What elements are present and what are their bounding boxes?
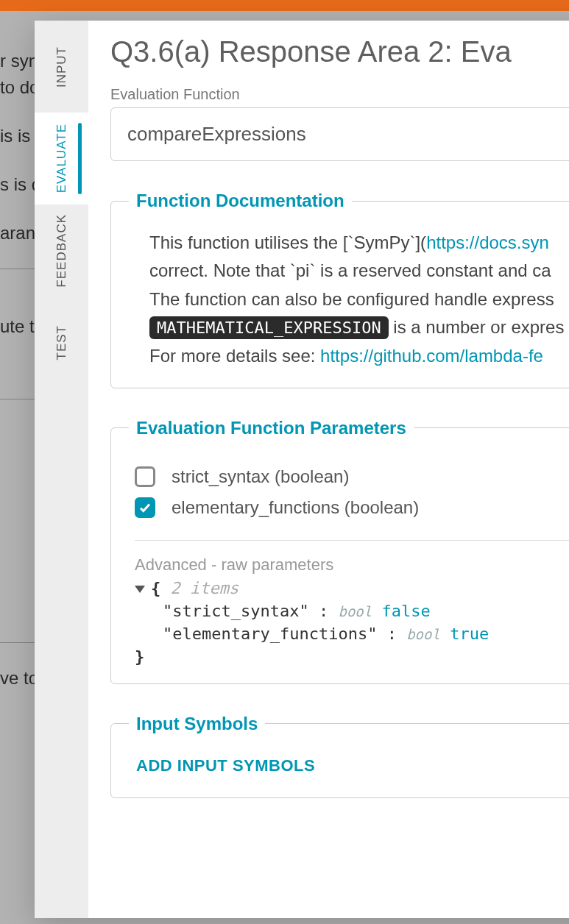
param-strict-syntax: strict_syntax (boolean) [135, 466, 569, 487]
response-area-panel: INPUT EVALUATE FEEDBACK TEST Q3.6(a) Res… [35, 21, 569, 918]
eval-function-label: Evaluation Function [110, 86, 569, 103]
raw-json-view: { 2 items "strict_syntax" : bool false "… [135, 579, 569, 666]
param-elementary-functions: elementary_functions (boolean) [135, 497, 569, 518]
json-row: "strict_syntax" : bool false [135, 602, 569, 620]
section-legend: Evaluation Function Parameters [129, 418, 414, 438]
tab-input[interactable]: INPUT [35, 21, 88, 113]
json-meta: 2 items [171, 579, 239, 597]
code-pill: MATHEMATICAL_EXPRESSION [149, 316, 389, 339]
documentation-text: This function utilises the [`SymPy`](htt… [135, 229, 569, 370]
side-tabs: INPUT EVALUATE FEEDBACK TEST [35, 21, 88, 918]
check-icon [138, 470, 152, 483]
checkbox-elementary-functions[interactable] [135, 497, 155, 518]
input-symbols-section: Input Symbols ADD INPUT SYMBOLS [110, 714, 569, 798]
sympy-link[interactable]: https://docs.syn [426, 232, 549, 252]
param-label: strict_syntax (boolean) [172, 466, 349, 487]
advanced-params-label: Advanced - raw parameters [135, 555, 569, 575]
add-input-symbols-button[interactable]: ADD INPUT SYMBOLS [135, 752, 317, 780]
github-link[interactable]: https://github.com/lambda-fe [320, 346, 543, 366]
tab-label: INPUT [54, 46, 69, 88]
function-documentation-section: Function Documentation This function uti… [110, 191, 569, 388]
json-collapse-caret[interactable] [135, 586, 145, 593]
panel-title: Q3.6(a) Response Area 2: Eva [110, 35, 569, 68]
section-legend: Input Symbols [129, 714, 265, 734]
tab-evaluate[interactable]: EVALUATE [35, 113, 88, 205]
check-icon [138, 501, 152, 514]
tab-label: TEST [54, 325, 69, 360]
json-row: "elementary_functions" : bool true [135, 625, 569, 643]
tab-feedback[interactable]: FEEDBACK [35, 205, 88, 296]
tab-label: EVALUATE [54, 124, 69, 193]
tab-test[interactable]: TEST [35, 296, 88, 388]
divider [135, 540, 569, 541]
panel-content: Q3.6(a) Response Area 2: Eva Evaluation … [88, 21, 569, 918]
param-label: elementary_functions (boolean) [172, 497, 419, 518]
section-legend: Function Documentation [129, 191, 352, 211]
tab-label: FEEDBACK [54, 214, 69, 288]
app-top-bar [0, 0, 569, 11]
checkbox-strict-syntax[interactable] [135, 466, 155, 487]
evaluation-parameters-section: Evaluation Function Parameters strict_sy… [110, 418, 569, 684]
eval-function-input[interactable] [110, 107, 569, 161]
